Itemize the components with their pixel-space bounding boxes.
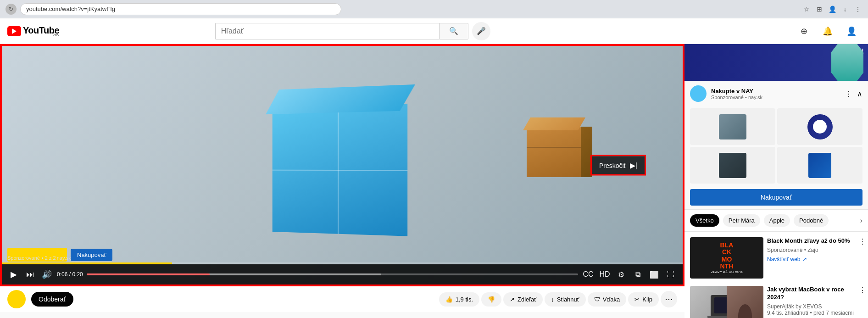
upload-button[interactable]: ⊕: [795, 22, 813, 40]
youtube-logo[interactable]: YouTube SK: [7, 25, 59, 37]
miniplayer-button[interactable]: ⧉: [631, 268, 644, 281]
filter-chip-all[interactable]: Všetko: [690, 214, 719, 227]
product-item-4: [777, 147, 862, 184]
progress-bar[interactable]: [87, 273, 578, 275]
black-month-text: BLACKMONTH: [720, 242, 734, 270]
brown-seam: [527, 147, 582, 148]
video-actions: 👍 1,9 tis. 👎 ↗ Zdieľať ↓ Stiahnuť 🛡 Vďak…: [439, 291, 677, 307]
extension-icon[interactable]: ⊞: [815, 5, 824, 14]
buffer-bar: [87, 273, 382, 275]
clip-icon: ✂: [634, 296, 640, 303]
youtube-header: YouTube SK 🔍 🎤 ⊕ 🔔 👤: [0, 18, 868, 44]
person-overlay: [727, 286, 763, 318]
video-player-wrapper: Nakupovať Sponzorované • 2 z 2 nay.sk Pr…: [0, 44, 684, 286]
external-link-icon: ↗: [802, 256, 807, 262]
ad-buy-full-button[interactable]: Nakupovať: [690, 189, 862, 206]
recommendation-list: BLACKMONTH ZĽAVY AŽ DO 50% Black Month z…: [684, 232, 868, 318]
channel-avatar: [7, 290, 26, 308]
address-bar[interactable]: youtube.com/watch?v=jtKyatwFIg: [20, 3, 341, 15]
search-input[interactable]: [215, 23, 439, 39]
ad-sponsor-info: Sponzorované • 2 z 2 nay.sk: [7, 255, 71, 261]
product-img-1: [719, 114, 746, 139]
more-actions-button[interactable]: ⋯: [661, 291, 677, 307]
rec-item-macbook[interactable]: 14:29 Jak vybrat MacBook v roce 2024? Su…: [684, 282, 868, 318]
reload-button[interactable]: ↻: [6, 4, 17, 15]
product-img-3: [719, 153, 746, 178]
fullscreen-button[interactable]: ⛶: [664, 268, 677, 281]
brown-box-container: [527, 117, 591, 177]
rec-more-button-0[interactable]: ⋮: [859, 237, 866, 246]
video-player[interactable]: Nakupovať Sponzorované • 2 z 2 nay.sk Pr…: [2, 46, 683, 285]
quality-button[interactable]: HD: [598, 268, 611, 281]
visit-web-button[interactable]: Navštíviť web ↗: [767, 256, 807, 262]
time-display: 0:06 / 0:20: [57, 271, 83, 278]
filter-chevron-button[interactable]: ›: [860, 217, 862, 225]
watch-face: [813, 120, 827, 134]
video-controls: ▶ ⏭ 🔊 0:06 / 0:20 CC HD ⚙ ⧉: [2, 264, 683, 285]
ad-buy-button[interactable]: Nakupovať: [71, 249, 112, 261]
subscribe-button[interactable]: Odoberať: [31, 292, 73, 307]
ad-card-avatar: [690, 85, 707, 102]
search-bar: 🔍 🎤: [215, 22, 490, 40]
product-item-3: [690, 147, 775, 184]
ad-close-button[interactable]: ∧: [857, 89, 862, 98]
filter-bar: Všetko Petr Mára Apple Podobné ›: [684, 210, 868, 232]
user-avatar-button[interactable]: 👤: [842, 22, 861, 40]
video-area: Nakupovať Sponzorované • 2 z 2 nay.sk Pr…: [0, 44, 684, 318]
url-text: youtube.com/watch?v=jtKyatwFIg: [26, 6, 115, 12]
ad-card-info: Nakupte v NAY Sponzorované • nay.sk: [711, 88, 840, 100]
download-button[interactable]: ↓ Stiahnuť: [545, 292, 585, 307]
volume-button[interactable]: 🔊: [40, 268, 53, 281]
notifications-button[interactable]: 🔔: [818, 22, 837, 40]
product-item-1: [690, 108, 775, 145]
brown-box-front: [527, 127, 582, 177]
profile-icon[interactable]: 👤: [828, 5, 837, 14]
mic-button[interactable]: 🎤: [472, 22, 490, 40]
skip-ad-button[interactable]: Preskočiť ▶|: [592, 156, 645, 174]
product-img-2: [807, 114, 833, 139]
thanks-button[interactable]: 🛡 Vďaka: [588, 292, 627, 307]
settings-button[interactable]: ⚙: [615, 268, 628, 281]
skip-arrow-icon: ▶|: [630, 161, 637, 170]
search-button[interactable]: 🔍: [439, 23, 468, 39]
rec-thumbnail-macbook: 14:29: [690, 286, 763, 318]
theater-button[interactable]: ⬜: [648, 268, 661, 281]
right-sidebar: TECHNIKOUNAJLEPŠÍMARATÓN Nakupte v NAY S…: [684, 44, 868, 318]
filter-chip-petr[interactable]: Petr Mára: [723, 214, 760, 227]
download-icon: ↓: [551, 296, 554, 303]
next-button[interactable]: ⏭: [24, 268, 37, 281]
download-icon[interactable]: ↓: [840, 5, 850, 14]
browser-controls: ↻: [6, 4, 17, 15]
youtube-country: SK: [53, 32, 59, 37]
filter-chip-similar[interactable]: Podobné: [794, 214, 829, 227]
ad-products-grid: [684, 106, 868, 185]
rec-title-macbook: Jak vybrat MacBook v roce 2024?: [767, 286, 862, 301]
like-button[interactable]: 👍 1,9 tis.: [439, 292, 479, 307]
star-icon[interactable]: ☆: [802, 5, 811, 14]
share-button[interactable]: ↗ Zdieľať: [503, 292, 543, 307]
main-content: Nakupovať Sponzorované • 2 z 2 nay.sk Pr…: [0, 44, 868, 318]
dislike-button[interactable]: 👎: [481, 292, 501, 307]
product-img-4: [808, 153, 831, 178]
ad-card-title: Nakupte v NAY: [711, 88, 840, 95]
thumb-up-icon: 👍: [445, 296, 453, 303]
visit-web-row: Navštíviť web ↗: [767, 256, 862, 262]
youtube-logo-icon: [7, 26, 21, 36]
rec-more-button-1[interactable]: ⋮: [859, 286, 866, 295]
rec-title-black-month: Black Month zľavy až do 50%: [767, 237, 862, 245]
captions-button[interactable]: CC: [582, 268, 595, 281]
filter-chip-apple[interactable]: Apple: [764, 214, 790, 227]
ad-card-body: Nakupte v NAY Sponzorované • nay.sk ⋮ ∧: [684, 81, 868, 106]
black-month-sub: ZĽAVY AŽ DO 50%: [711, 270, 742, 274]
play-button[interactable]: ▶: [7, 268, 20, 281]
clip-button[interactable]: ✂ Klip: [628, 292, 659, 307]
rec-item-black-month[interactable]: BLACKMONTH ZĽAVY AŽ DO 50% Black Month z…: [684, 234, 868, 282]
rec-channel-black-month: Sponzorované • Zajo: [767, 247, 862, 253]
blue-box-top: [266, 84, 415, 114]
ad-more-button[interactable]: ⋮: [845, 89, 852, 98]
header-right: ⊕ 🔔 👤: [795, 22, 861, 40]
person-head: [738, 304, 752, 318]
black-month-visual: BLACKMONTH ZĽAVY AŽ DO 50%: [690, 237, 763, 279]
menu-icon[interactable]: ⋮: [853, 5, 862, 14]
nay-ad-card: TECHNIKOUNAJLEPŠÍMARATÓN Nakupte v NAY S…: [684, 44, 868, 210]
